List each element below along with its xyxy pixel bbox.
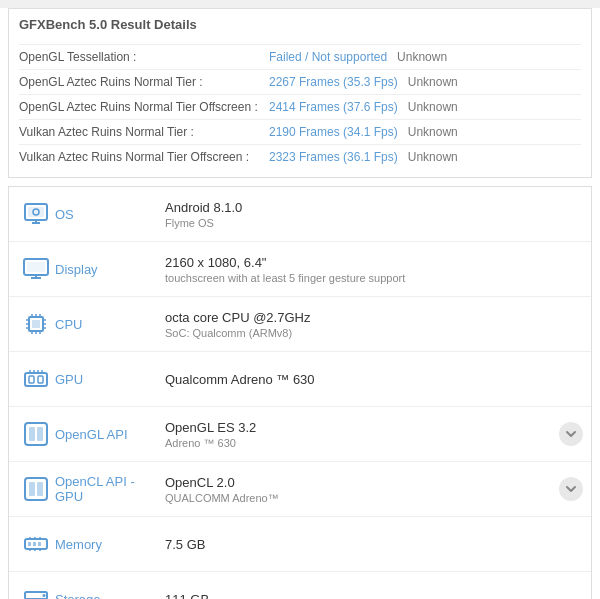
- gfx-row-label: Vulkan Aztec Ruins Normal Tier Offscreen…: [19, 150, 269, 164]
- gfx-row-label: OpenGL Aztec Ruins Normal Tier :: [19, 75, 269, 89]
- gfx-rows: OpenGL Tessellation : Failed / Not suppo…: [19, 44, 581, 169]
- info-row-main-value: 2160 x 1080, 6.4": [165, 255, 583, 270]
- info-row-display: Display 2160 x 1080, 6.4" touchscreen wi…: [9, 242, 591, 297]
- cpu-icon: [17, 310, 55, 338]
- info-row-main-value: octa core CPU @2.7GHz: [165, 310, 583, 325]
- info-row-value: OpenCL 2.0 QUALCOMM Adreno™: [165, 475, 559, 504]
- storage-icon: [17, 586, 55, 600]
- gfx-row-status: Unknown: [397, 50, 447, 64]
- info-row-main-value: 111 GB: [165, 592, 583, 599]
- gfx-row-status: Unknown: [408, 125, 458, 139]
- info-row-value: Qualcomm Adreno ™ 630: [165, 372, 583, 387]
- chevron-button[interactable]: [559, 477, 583, 501]
- gfx-row-link[interactable]: 2190 Frames (34.1 Fps): [269, 125, 398, 139]
- info-row-label: Memory: [55, 537, 165, 552]
- opengl-icon: [17, 420, 55, 448]
- info-row-label: OS: [55, 207, 165, 222]
- info-row-label: OpenCL API - GPU: [55, 474, 165, 504]
- info-row-main-value: Android 8.1.0: [165, 200, 583, 215]
- svg-rect-33: [25, 478, 47, 500]
- svg-rect-6: [27, 262, 45, 272]
- info-row-main-value: OpenCL 2.0: [165, 475, 559, 490]
- os-icon: [17, 200, 55, 228]
- gfx-row-status: Unknown: [408, 150, 458, 164]
- gfx-row: Vulkan Aztec Ruins Normal Tier : 2190 Fr…: [19, 119, 581, 144]
- gfx-row-label: Vulkan Aztec Ruins Normal Tier :: [19, 125, 269, 139]
- gfx-row-label: OpenGL Tessellation :: [19, 50, 269, 64]
- gfx-row-link[interactable]: 2414 Frames (37.6 Fps): [269, 100, 398, 114]
- gfx-row-label: OpenGL Aztec Ruins Normal Tier Offscreen…: [19, 100, 269, 114]
- svg-rect-38: [33, 542, 36, 546]
- svg-rect-39: [38, 542, 41, 546]
- info-row-value: OpenGL ES 3.2 Adreno ™ 630: [165, 420, 559, 449]
- gfx-section: GFXBench 5.0 Result Details OpenGL Tesse…: [8, 8, 592, 178]
- info-row-sub: Flyme OS: [165, 217, 583, 229]
- info-row-main-value: OpenGL ES 3.2: [165, 420, 559, 435]
- info-row-sub: touchscreen with at least 5 finger gestu…: [165, 272, 583, 284]
- memory-icon: [17, 530, 55, 558]
- info-row-opencl: OpenCL API - GPU OpenCL 2.0 QUALCOMM Adr…: [9, 462, 591, 517]
- info-row-gpu: GPU Qualcomm Adreno ™ 630: [9, 352, 591, 407]
- gfx-row-status: Unknown: [408, 100, 458, 114]
- info-row-sub: SoC: Qualcomm (ARMv8): [165, 327, 583, 339]
- svg-rect-30: [25, 423, 47, 445]
- gfx-row-link[interactable]: 2267 Frames (35.3 Fps): [269, 75, 398, 89]
- gfx-row: OpenGL Aztec Ruins Normal Tier Offscreen…: [19, 94, 581, 119]
- info-row-label: Display: [55, 262, 165, 277]
- gfx-row: OpenGL Aztec Ruins Normal Tier : 2267 Fr…: [19, 69, 581, 94]
- main-container: GFXBench 5.0 Result Details OpenGL Tesse…: [0, 8, 600, 599]
- info-row-memory: Memory 7.5 GB: [9, 517, 591, 572]
- info-row-main-value: Qualcomm Adreno ™ 630: [165, 372, 583, 387]
- svg-rect-34: [29, 482, 35, 496]
- gfx-row: Vulkan Aztec Ruins Normal Tier Offscreen…: [19, 144, 581, 169]
- info-row-label: GPU: [55, 372, 165, 387]
- svg-rect-31: [29, 427, 35, 441]
- gfx-row-link[interactable]: Failed / Not supported: [269, 50, 387, 64]
- info-row-sub: Adreno ™ 630: [165, 437, 559, 449]
- info-row-value: 2160 x 1080, 6.4" touchscreen with at le…: [165, 255, 583, 284]
- svg-rect-24: [29, 376, 34, 383]
- gfx-row-status: Unknown: [408, 75, 458, 89]
- opencl-icon: [17, 475, 55, 503]
- info-row-label: OpenGL API: [55, 427, 165, 442]
- info-row-label: CPU: [55, 317, 165, 332]
- svg-rect-32: [37, 427, 43, 441]
- info-row-main-value: 7.5 GB: [165, 537, 583, 552]
- info-section: OS Android 8.1.0 Flyme OS Display 2160 x…: [8, 186, 592, 599]
- info-rows: OS Android 8.1.0 Flyme OS Display 2160 x…: [9, 187, 591, 599]
- info-row-sub: QUALCOMM Adreno™: [165, 492, 559, 504]
- info-row-storage: Storage 111 GB: [9, 572, 591, 599]
- info-row-value: octa core CPU @2.7GHz SoC: Qualcomm (ARM…: [165, 310, 583, 339]
- info-row-opengl: OpenGL API OpenGL ES 3.2 Adreno ™ 630: [9, 407, 591, 462]
- svg-rect-35: [37, 482, 43, 496]
- info-row-value: 7.5 GB: [165, 537, 583, 552]
- gfx-row: OpenGL Tessellation : Failed / Not suppo…: [19, 44, 581, 69]
- gpu-icon: [17, 365, 55, 393]
- info-row-value: Android 8.1.0 Flyme OS: [165, 200, 583, 229]
- svg-rect-10: [32, 320, 40, 328]
- info-row-value: 111 GB: [165, 592, 583, 599]
- info-row-label: Storage: [55, 592, 165, 599]
- chevron-button[interactable]: [559, 422, 583, 446]
- display-icon: [17, 255, 55, 283]
- info-row-cpu: CPU octa core CPU @2.7GHz SoC: Qualcomm …: [9, 297, 591, 352]
- svg-point-48: [43, 594, 46, 597]
- svg-rect-37: [28, 542, 31, 546]
- gfx-title: GFXBench 5.0 Result Details: [19, 17, 581, 36]
- svg-rect-25: [38, 376, 43, 383]
- info-row-os: OS Android 8.1.0 Flyme OS: [9, 187, 591, 242]
- gfx-row-link[interactable]: 2323 Frames (36.1 Fps): [269, 150, 398, 164]
